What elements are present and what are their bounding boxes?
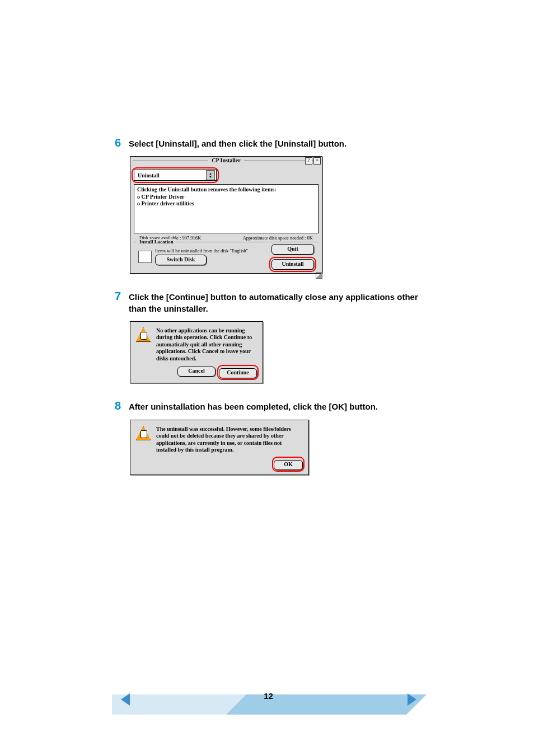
- switch-disk-button[interactable]: Switch Disk: [155, 255, 207, 265]
- info-line-1: Clicking the Uninstall button removes th…: [137, 186, 315, 194]
- mode-select-wrap: Uninstall ▲▼: [134, 170, 217, 181]
- step-8-head: 8 After uninstallation has been complete…: [112, 400, 425, 412]
- ok-dialog: The uninstall was successful. However, s…: [130, 420, 309, 475]
- step-7: 7 Click the [Continue] button to automat…: [112, 290, 425, 383]
- uninstall-button[interactable]: Uninstall: [271, 259, 314, 270]
- step-6-figure: CP Installer ? ≡ Uninstall ▲▼: [130, 156, 425, 274]
- continue-dialog-text: No other applications can be running dur…: [156, 327, 257, 363]
- step-7-figure: No other applications can be running dur…: [130, 321, 425, 384]
- step-6-number: 6: [112, 137, 121, 148]
- continue-button[interactable]: Continue: [219, 368, 257, 378]
- ok-dialog-text: The uninstall was successful. However, s…: [156, 426, 303, 454]
- cp-installer-dialog: CP Installer ? ≡ Uninstall ▲▼: [130, 156, 322, 274]
- step-6: 6 Select [Uninstall], and then click the…: [112, 137, 425, 274]
- step-7-head: 7 Click the [Continue] button to automat…: [112, 290, 425, 314]
- install-location-label: Install Location: [137, 239, 176, 245]
- prev-page-arrow-icon[interactable]: [121, 693, 130, 706]
- resize-handle-icon[interactable]: [316, 272, 322, 279]
- dialog-title: CP Installer: [208, 157, 243, 163]
- quit-button[interactable]: Quit: [271, 244, 314, 255]
- disk-icon: [138, 251, 152, 263]
- mode-select[interactable]: Uninstall ▲▼: [134, 170, 217, 181]
- warning-icon: [136, 327, 151, 342]
- ok-button[interactable]: OK: [274, 460, 303, 470]
- step-6-head: 6 Select [Uninstall], and then click the…: [112, 137, 425, 149]
- window-icon-1[interactable]: ?: [305, 157, 312, 165]
- step-8-text: After uninstallation has been completed,…: [129, 401, 378, 412]
- step-8: 8 After uninstallation has been complete…: [112, 400, 425, 475]
- page-number: 12: [112, 691, 425, 701]
- continue-dialog: No other applications can be running dur…: [130, 321, 263, 384]
- footer-bar: 12: [112, 694, 425, 715]
- info-panel: Clicking the Uninstall button removes th…: [134, 184, 318, 233]
- mode-select-value: Uninstall: [138, 172, 160, 179]
- document-page: 6 Select [Uninstall], and then click the…: [0, 0, 534, 756]
- dialog-titlebar: CP Installer ? ≡: [130, 157, 322, 165]
- step-6-text: Select [Uninstall], and then click the […: [129, 138, 346, 149]
- disk-needed: Approximate disk space needed : 0K: [243, 235, 313, 241]
- page-footer: 12: [0, 689, 534, 717]
- cancel-button[interactable]: Cancel: [177, 367, 216, 377]
- content-area: 6 Select [Uninstall], and then click the…: [112, 137, 425, 492]
- warning-icon: [136, 426, 151, 440]
- info-line-3: o Printer driver utilities: [137, 200, 315, 208]
- window-collapse-icon[interactable]: ≡: [313, 157, 321, 165]
- next-page-arrow-icon[interactable]: [407, 693, 416, 706]
- step-7-text: Click the [Continue] button to automatic…: [129, 292, 425, 314]
- step-8-figure: The uninstall was successful. However, s…: [130, 420, 425, 475]
- select-arrows-icon: ▲▼: [206, 170, 215, 180]
- step-7-number: 7: [112, 290, 121, 302]
- step-8-number: 8: [112, 400, 121, 411]
- info-line-2: o CP Printer Driver: [137, 194, 315, 201]
